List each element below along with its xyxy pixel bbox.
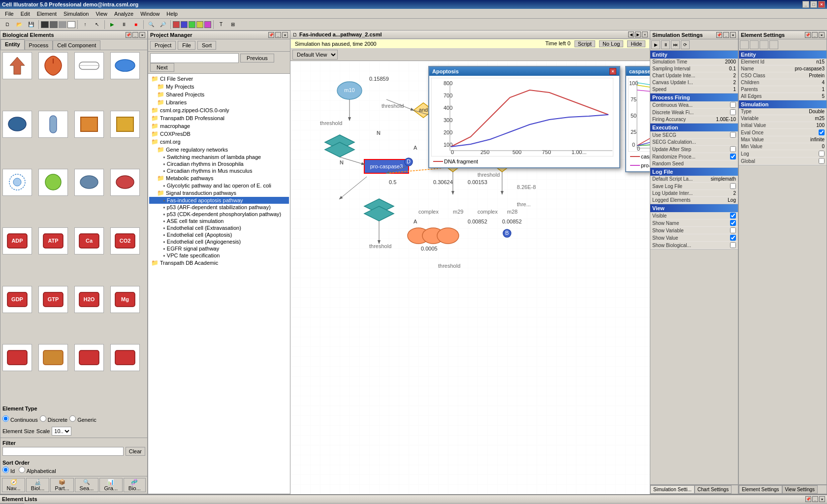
maximize-btn[interactable]: □ xyxy=(810,1,817,8)
bio-item-1[interactable] xyxy=(2,52,32,79)
bio-item-14[interactable] xyxy=(38,344,68,371)
el-lists-pin[interactable]: 📌 xyxy=(805,496,811,502)
bio-item-8[interactable] xyxy=(110,111,140,138)
bio-nav-btn-1[interactable]: 🧭 Nav... xyxy=(2,478,25,492)
view-select[interactable]: Default View xyxy=(292,50,338,60)
bio-item-9[interactable] xyxy=(2,169,32,196)
tree-item-csml[interactable]: 📁 csml.org xyxy=(149,138,289,146)
apoptosis-chart-close[interactable]: × xyxy=(609,68,616,75)
sim-entity-header[interactable]: Entity xyxy=(650,51,738,59)
sim-show-name-check[interactable] xyxy=(730,220,736,226)
color-purple[interactable] xyxy=(204,21,211,28)
bio-item-15[interactable] xyxy=(74,344,104,371)
tree-item-endothelial-apo[interactable]: ● Endothelial cell (Apoptosis) xyxy=(149,231,289,238)
el-settings-tool-4[interactable] xyxy=(769,40,778,49)
bio-nav-btn-5[interactable]: 📊 Gra... xyxy=(99,478,123,492)
tab-sim-settings[interactable]: Simulation Setti... xyxy=(650,485,695,494)
sim-settings-tool-1[interactable]: ▶ xyxy=(651,40,660,49)
tab-element-settings-bottom[interactable]: Element Settings xyxy=(739,485,782,494)
menu-view[interactable]: View xyxy=(93,10,110,18)
color-red[interactable] xyxy=(173,21,180,28)
el-eval-once-check[interactable] xyxy=(819,129,825,135)
bio-panel-close[interactable]: × xyxy=(139,32,145,38)
tool-arrow[interactable]: ↑ xyxy=(80,20,91,30)
proj-search-input[interactable] xyxy=(150,53,239,63)
filter-input[interactable] xyxy=(2,447,124,456)
bio-item-2[interactable] xyxy=(38,52,68,79)
canvas-close[interactable]: × xyxy=(642,32,648,37)
sim-continuous-weak-check[interactable] xyxy=(730,102,736,108)
generic-option[interactable]: Generic xyxy=(69,415,96,423)
tool-square1[interactable] xyxy=(41,21,49,28)
discrete-option[interactable]: Discrete xyxy=(40,415,67,423)
tree-item-coxpres[interactable]: 📁 COXPresDB xyxy=(149,130,289,138)
sim-visible-check[interactable] xyxy=(730,213,736,219)
tree-item-p53-arf[interactable]: ● p53 (ARF-dependent stabilization pathw… xyxy=(149,204,289,211)
bio-nav-btn-4[interactable]: 🔍 Sea... xyxy=(75,478,98,492)
tree-item-glycolytic[interactable]: ● Glycolytic pathway and lac operon of E… xyxy=(149,182,289,189)
sim-settings-pin[interactable]: 📌 xyxy=(716,32,722,38)
tool-zoom-out[interactable]: 🔎 xyxy=(158,20,168,30)
proj-next-btn[interactable]: Next xyxy=(150,63,174,72)
menu-simulation[interactable]: Simulation xyxy=(61,10,92,18)
bio-item-11[interactable] xyxy=(74,169,104,196)
sim-execution-header[interactable]: Execution xyxy=(650,124,738,131)
bio-panel-minimize[interactable]: _ xyxy=(132,32,138,38)
menu-file[interactable]: File xyxy=(2,10,17,18)
continuous-option[interactable]: Continuous xyxy=(2,415,38,423)
tree-item-ci-file-server[interactable]: 📁 CI File Server xyxy=(149,75,289,83)
close-btn[interactable]: × xyxy=(818,1,825,8)
menu-element[interactable]: Element xyxy=(34,10,60,18)
tool-zoom-in[interactable]: 🔍 xyxy=(146,20,157,30)
bio-item-13[interactable] xyxy=(2,344,32,371)
bio-nav-btn-6[interactable]: 🧬 Bio... xyxy=(124,478,146,492)
tree-item-libraries[interactable]: 📁 Libraries xyxy=(149,98,289,106)
scale-select[interactable]: 10... xyxy=(52,427,71,436)
bio-item-gtp[interactable]: GTP xyxy=(38,286,68,313)
apoptosis-chart-titlebar[interactable]: Apoptosis × xyxy=(429,67,619,76)
proj-panel-minimize[interactable]: _ xyxy=(275,32,281,38)
bio-item-gdp[interactable]: GDP xyxy=(2,286,32,313)
tree-item-fas-induced[interactable]: ● Fas-induced apoptosis pathway xyxy=(149,197,289,204)
sim-show-bio-check[interactable] xyxy=(730,242,736,248)
sim-view-header[interactable]: View xyxy=(650,204,738,212)
tool-pause[interactable]: ⏸ xyxy=(119,20,129,30)
el-simulation-header[interactable]: Simulation xyxy=(739,100,827,108)
el-settings-pin[interactable]: 📌 xyxy=(805,32,811,38)
no-log-btn[interactable]: No Log xyxy=(599,40,623,47)
tree-item-macrophage[interactable]: 📁 macrophage xyxy=(149,122,289,130)
tree-item-vpc[interactable]: ● VPC fate specification xyxy=(149,252,289,259)
bio-item-3[interactable] xyxy=(74,52,104,79)
tree-item-circadian-dros[interactable]: ● Circadian rhythms in Drosophila xyxy=(149,160,289,167)
sim-discrete-weak-check[interactable] xyxy=(730,109,736,115)
bio-nav-btn-3[interactable]: 📦 Part... xyxy=(50,478,74,492)
sim-settings-tool-3[interactable]: ⏭ xyxy=(671,40,680,49)
tree-item-shared-projects[interactable]: 📁 Shared Projects xyxy=(149,91,289,98)
hide-btn[interactable]: Hide xyxy=(627,40,645,47)
tree-item-egfr[interactable]: ● EGFR signal pathway xyxy=(149,245,289,252)
tree-item-circadian-mus[interactable]: ● Circadian rhythms in Mus musculus xyxy=(149,167,289,174)
canvas-nav-prev[interactable]: ◀ xyxy=(628,32,634,37)
color-yellow[interactable] xyxy=(196,21,203,28)
tool-square2[interactable] xyxy=(50,21,58,28)
sim-randomize-check[interactable] xyxy=(730,154,736,159)
menu-edit[interactable]: Edit xyxy=(18,10,33,18)
el-log-check[interactable] xyxy=(819,151,825,157)
color-blue[interactable] xyxy=(181,21,188,28)
menu-analyze[interactable]: Analyze xyxy=(111,10,136,18)
proj-menu-file[interactable]: File xyxy=(178,41,195,50)
tool-square4[interactable] xyxy=(67,21,75,28)
filter-clear-btn[interactable]: Clear xyxy=(126,447,145,456)
sim-update-after-check[interactable] xyxy=(730,146,736,152)
sim-logfile-header[interactable]: Log File xyxy=(650,168,738,176)
bio-item-adp[interactable]: ADP xyxy=(2,227,32,254)
tool-new[interactable]: 🗋 xyxy=(2,20,13,30)
proj-menu-sort[interactable]: Sort xyxy=(197,41,216,50)
bio-item-4[interactable] xyxy=(110,52,140,79)
sim-use-secg-check[interactable] xyxy=(730,132,736,138)
sim-settings-minimize[interactable]: _ xyxy=(723,32,729,38)
tree-item-signal[interactable]: 📁 Signal transduction pathways xyxy=(149,189,289,197)
proj-prev-btn[interactable]: Previous xyxy=(240,54,274,63)
tree-item-gene-reg[interactable]: 📁 Gene regulatory networks xyxy=(149,146,289,154)
tab-chart-settings[interactable]: Chart Settings xyxy=(695,485,732,494)
